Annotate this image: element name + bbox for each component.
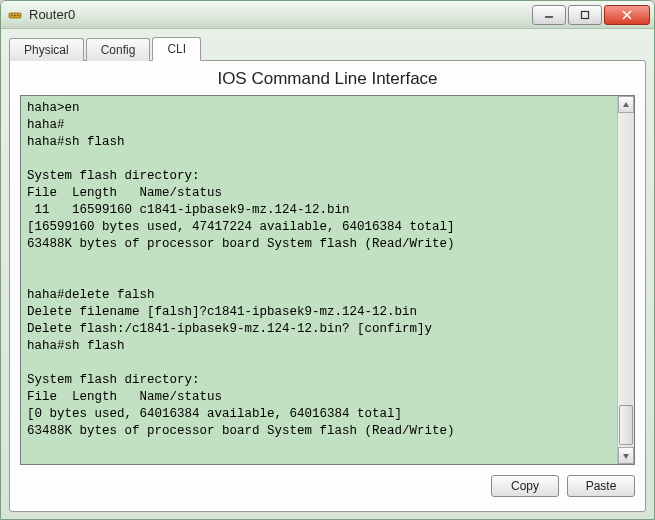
terminal-scrollbar [617, 96, 634, 464]
maximize-button[interactable] [568, 5, 602, 25]
scroll-track[interactable] [618, 113, 634, 447]
svg-marker-9 [623, 454, 629, 459]
tab-physical[interactable]: Physical [9, 38, 84, 61]
window-controls [530, 5, 650, 25]
window-title: Router0 [29, 7, 530, 22]
paste-button[interactable]: Paste [567, 475, 635, 497]
tab-config[interactable]: Config [86, 38, 151, 61]
panel-title: IOS Command Line Interface [20, 69, 635, 89]
router-icon [7, 7, 23, 23]
scroll-up-button[interactable] [618, 96, 634, 113]
cli-terminal[interactable]: haha>en haha# haha#sh flash System flash… [21, 96, 617, 464]
client-area: Physical Config CLI IOS Command Line Int… [1, 29, 654, 520]
svg-marker-8 [623, 102, 629, 107]
cli-panel: IOS Command Line Interface haha>en haha#… [9, 60, 646, 512]
svg-point-3 [17, 14, 19, 16]
scroll-thumb[interactable] [619, 405, 633, 445]
close-button[interactable] [604, 5, 650, 25]
tab-cli[interactable]: CLI [152, 37, 201, 61]
titlebar[interactable]: Router0 [1, 1, 654, 29]
terminal-container: haha>en haha# haha#sh flash System flash… [20, 95, 635, 465]
scroll-down-button[interactable] [618, 447, 634, 464]
copy-button[interactable]: Copy [491, 475, 559, 497]
svg-point-2 [14, 14, 16, 16]
minimize-button[interactable] [532, 5, 566, 25]
tab-bar: Physical Config CLI [9, 35, 646, 61]
button-row: Copy Paste [20, 475, 635, 497]
svg-rect-5 [582, 11, 589, 18]
svg-point-1 [11, 14, 13, 16]
app-window: Router0 Physical Config CLI IOS Command … [0, 0, 655, 520]
